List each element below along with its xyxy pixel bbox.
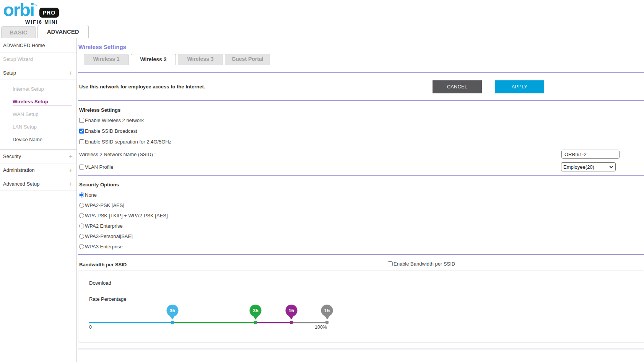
expand-plus-icon[interactable]: + xyxy=(69,182,73,186)
security-radio-wpa-wpa2-psk[interactable] xyxy=(79,213,84,218)
slider-dot-purple[interactable] xyxy=(289,321,293,324)
security-option-wpa2-enterprise: WPA2 Enterprise xyxy=(79,223,644,229)
action-bar: Use this network for employee access to … xyxy=(78,73,644,100)
track-segment-green xyxy=(172,322,256,323)
tab-wireless-2[interactable]: Wireless 2 xyxy=(131,54,176,65)
slider-dot-green[interactable] xyxy=(254,321,257,324)
slider-dot-blue[interactable] xyxy=(171,321,174,324)
track-segment-purple xyxy=(255,322,291,323)
security-option-wpa2-psk: WPA2-PSK [AES] xyxy=(79,202,644,208)
sidebar-item-administration[interactable]: Administration + xyxy=(0,163,76,177)
purple-divider xyxy=(78,100,644,101)
sidebar-item-setup-wizard[interactable]: Setup Wizard xyxy=(0,52,76,66)
slider-scale: 0 100% xyxy=(89,324,327,330)
radio-label: WPA2-PSK [AES] xyxy=(85,202,124,208)
ssid-label: Wireless 2 Network Name (SSID) : xyxy=(79,152,156,157)
mode-tabs: BASIC ADVANCED xyxy=(1,25,89,38)
wireless-settings-heading: Wireless Settings xyxy=(79,107,644,113)
checkbox-label: Enable Bandwidth per SSID xyxy=(394,261,455,267)
enable-bandwidth-row: Enable Bandwidth per SSID xyxy=(388,261,455,267)
tab-wireless-1[interactable]: Wireless 1 xyxy=(84,54,129,65)
radio-label: WPA3 Enterprise xyxy=(85,244,123,249)
security-radio-wpa3-personal[interactable] xyxy=(79,234,84,239)
security-options-heading: Security Options xyxy=(79,182,644,188)
checkbox-label: Enable SSID separation for 2.4G/5GHz xyxy=(85,139,171,145)
vlan-profile-label: VLAN Profile xyxy=(85,164,113,170)
sidebar-item-label: Setup xyxy=(3,70,16,76)
vlan-profile-select[interactable]: Employee(20) xyxy=(561,162,616,171)
slider-pin-green[interactable]: 35 xyxy=(250,305,262,316)
enable-wireless2-checkbox[interactable] xyxy=(79,118,84,123)
slider-min-label: 0 xyxy=(89,324,92,330)
enable-bandwidth-checkbox[interactable] xyxy=(388,261,393,266)
radio-label: None xyxy=(85,192,97,198)
tab-guest-portal[interactable]: Guest Portal xyxy=(225,54,270,65)
radio-label: WPA-PSK [TKIP] + WPA2-PSK [AES] xyxy=(85,213,168,219)
sidebar-item-device-name[interactable]: Device Name xyxy=(0,133,76,145)
purple-divider xyxy=(78,254,644,255)
page-title: Wireless Settings xyxy=(78,44,644,50)
sidebar-item-label: LAN Setup xyxy=(13,124,37,130)
pro-badge: PRO xyxy=(39,8,59,18)
network-description: Use this network for employee access to … xyxy=(79,84,433,90)
main-content: Wireless Settings Wireless 1 Wireless 2 … xyxy=(77,38,644,362)
apply-button[interactable]: APPLY xyxy=(495,80,544,93)
bandwidth-panel: Download Rate Percentage 35 35 15 15 xyxy=(78,271,644,343)
slider-dot-gray[interactable] xyxy=(325,321,329,324)
orbi-admin-app: orbi ™ PRO WIFI6 MINI BASIC ADVANCED ADV… xyxy=(0,0,644,362)
checkbox-label: Enable Wireless 2 network xyxy=(85,117,144,123)
security-radio-wpa2-enterprise[interactable] xyxy=(79,223,84,228)
radio-label: WPA3-Personal[SAE] xyxy=(85,233,133,239)
enable-ssid-separation-checkbox[interactable] xyxy=(79,139,84,144)
slider-pin-gray[interactable]: 15 xyxy=(321,305,333,316)
expand-plus-icon[interactable]: + xyxy=(69,155,73,158)
security-radio-none[interactable] xyxy=(79,192,84,197)
sidebar-item-security[interactable]: Security + xyxy=(0,150,76,163)
vlan-profile-checkbox[interactable] xyxy=(79,165,84,170)
expand-plus-icon[interactable]: + xyxy=(69,168,73,172)
rate-percentage-label: Rate Percentage xyxy=(89,296,644,302)
sidebar-item-internet-setup[interactable]: Internet Setup xyxy=(0,82,76,95)
sidebar-item-label: ADVANCED Home xyxy=(3,42,45,48)
security-radio-wpa2-psk[interactable] xyxy=(79,203,84,208)
sidebar-item-label: Advanced Setup xyxy=(3,181,39,187)
download-label: Download xyxy=(89,280,644,286)
track-segment-gray xyxy=(291,322,327,323)
tab-basic[interactable]: BASIC xyxy=(1,26,36,38)
vlan-select-wrap: Employee(20) xyxy=(561,162,616,171)
vlan-profile-row: VLAN Profile Employee(20) xyxy=(79,162,644,171)
security-option-none: None xyxy=(79,192,644,198)
wireless-tabs: Wireless 1 Wireless 2 Wireless 3 Guest P… xyxy=(84,54,644,65)
sidebar-item-advanced-setup[interactable]: Advanced Setup + xyxy=(0,177,76,191)
security-option-wpa3-enterprise: WPA3 Enterprise xyxy=(79,244,644,249)
slider-pin-purple[interactable]: 15 xyxy=(285,305,297,316)
purple-divider xyxy=(78,349,644,349)
enable-ssid-broadcast-row: Enable SSID Broadcast xyxy=(79,128,644,134)
cancel-button[interactable]: CANCEL xyxy=(433,80,482,93)
sidebar-item-wireless-setup[interactable]: Wireless Setup xyxy=(0,95,76,108)
sidebar-item-label: Internet Setup xyxy=(13,86,44,92)
enable-ssid-separation-row: Enable SSID separation for 2.4G/5GHz xyxy=(79,139,644,145)
expand-plus-icon[interactable]: + xyxy=(69,71,73,75)
sidebar-item-advanced-home[interactable]: ADVANCED Home xyxy=(0,39,76,52)
slider-pin-blue[interactable]: 35 xyxy=(166,305,178,316)
rate-percentage-slider[interactable]: 35 35 15 15 0 1 xyxy=(89,305,327,331)
ssid-field-row: Wireless 2 Network Name (SSID) : xyxy=(79,150,644,159)
sidebar-item-wan-setup[interactable]: WAN Setup xyxy=(0,108,76,120)
sidebar-item-label: Wireless Setup xyxy=(13,99,48,104)
sidebar-item-setup[interactable]: Setup + xyxy=(0,66,76,80)
bandwidth-heading: Bandwidth per SSID xyxy=(79,262,127,267)
tab-wireless-3[interactable]: Wireless 3 xyxy=(178,54,223,65)
security-radio-wpa3-enterprise[interactable] xyxy=(79,244,84,249)
sidebar-item-label: Device Name xyxy=(13,137,42,142)
orbi-logo-text: orbi xyxy=(3,2,34,19)
enable-wireless2-row: Enable Wireless 2 network xyxy=(79,117,644,123)
tab-advanced[interactable]: ADVANCED xyxy=(37,25,89,38)
radio-label: WPA2 Enterprise xyxy=(85,223,123,229)
purple-divider xyxy=(78,175,644,176)
sidebar-item-label: Administration xyxy=(3,167,34,173)
sidebar-item-lan-setup[interactable]: LAN Setup xyxy=(0,120,76,133)
enable-ssid-broadcast-checkbox[interactable] xyxy=(79,129,84,134)
pin-value: 15 xyxy=(288,308,294,313)
ssid-input[interactable] xyxy=(561,150,620,159)
